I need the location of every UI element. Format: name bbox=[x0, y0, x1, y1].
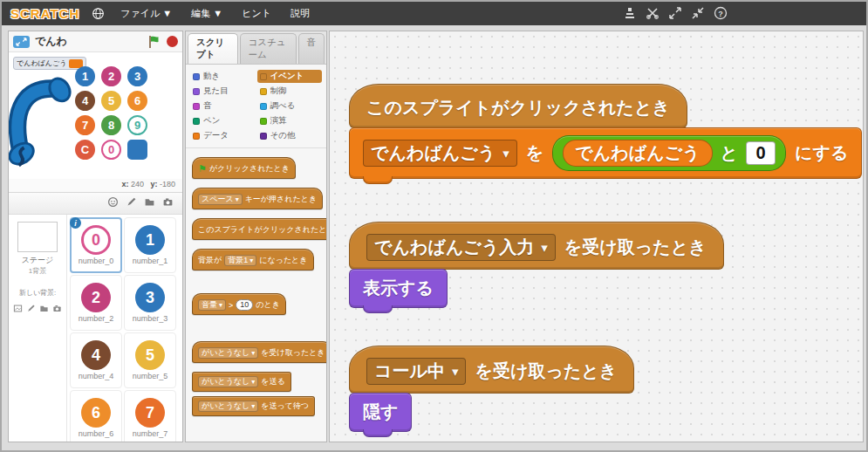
green-flag-button[interactable] bbox=[147, 35, 161, 49]
key-8[interactable]: 8 bbox=[101, 115, 121, 135]
camera-new-sprite-icon[interactable] bbox=[162, 195, 174, 211]
palette-block-broadcast-and-wait[interactable]: がいとうなし を送って待つ bbox=[192, 396, 315, 416]
variable-reporter[interactable]: でんわばんごう bbox=[563, 140, 712, 167]
message-dropdown[interactable]: がいとうなし bbox=[198, 347, 258, 359]
new-sprite-library-icon[interactable] bbox=[107, 195, 119, 211]
sprite-pane: ステージ 1背景 新しい背景: 0 number_0 bbox=[9, 192, 182, 442]
message-input-dropdown[interactable]: でんわばんごう入力 bbox=[366, 234, 556, 261]
sprite-thumb-number_3[interactable]: 3 number_3 bbox=[124, 275, 176, 331]
key-0[interactable]: 0 bbox=[101, 140, 121, 160]
key-7[interactable]: 7 bbox=[75, 115, 95, 135]
set-variable-block[interactable]: でんわばんごう を でんわばんごう と 0 にする bbox=[349, 127, 862, 179]
category-data[interactable]: データ bbox=[190, 129, 256, 142]
green-flag-icon: ⚑ bbox=[198, 165, 207, 173]
key-4[interactable]: 4 bbox=[75, 91, 95, 111]
tab-costumes[interactable]: コスチューム bbox=[240, 33, 297, 64]
message-calling-dropdown[interactable]: コール中 bbox=[366, 358, 466, 385]
key-dropdown[interactable]: スペース bbox=[198, 194, 243, 205]
variable-monitor-label: でんわばんごう bbox=[17, 58, 66, 68]
backdrop-dropdown[interactable]: 背景1 bbox=[224, 255, 256, 266]
key-2[interactable]: 2 bbox=[101, 66, 121, 86]
sound-swatch bbox=[193, 103, 200, 110]
when-receive-input-hat[interactable]: でんわばんごう入力 を受け取ったとき bbox=[349, 222, 724, 270]
sprite-thumb-number_5[interactable]: 5 number_5 bbox=[124, 332, 176, 388]
loudness-value-input[interactable]: 10 bbox=[236, 299, 253, 311]
palette-block-when-loudness-greater[interactable]: 音量 > 10 のとき bbox=[192, 293, 286, 315]
stage-thumbnail[interactable] bbox=[17, 222, 58, 252]
broadcast-dropdown[interactable]: がいとうなし bbox=[198, 376, 258, 387]
palette-block-broadcast[interactable]: がいとうなし を送る bbox=[192, 372, 291, 392]
sprite-list: 0 number_0 1 number_1 2 number_2 3 numbe… bbox=[67, 215, 182, 442]
broadcast-wait-dropdown[interactable]: がいとうなし bbox=[198, 401, 258, 412]
category-more-blocks[interactable]: その他 bbox=[257, 129, 323, 142]
key-9[interactable]: 9 bbox=[127, 115, 147, 135]
palette-block-when-receive[interactable]: がいとうなし を受け取ったとき bbox=[192, 341, 327, 363]
tab-scripts[interactable]: スクリプト bbox=[188, 33, 238, 64]
mouse-coordinates: x: 240 y: -180 bbox=[9, 179, 182, 192]
paint-backdrop-icon[interactable] bbox=[26, 301, 36, 317]
scripts-area[interactable]: このスプライトがクリックされたとき でんわばんごう を でんわばんごう と 0 … bbox=[329, 31, 864, 442]
category-motion[interactable]: 動き bbox=[190, 70, 256, 83]
script-receive-calling: コール中 を受け取ったとき 隠す bbox=[349, 346, 634, 432]
show-block[interactable]: 表示する bbox=[349, 269, 448, 308]
when-sprite-clicked-hat[interactable]: このスプライトがクリックされたとき bbox=[349, 84, 687, 128]
tab-sounds[interactable]: 音 bbox=[298, 33, 325, 64]
key-5[interactable]: 5 bbox=[101, 91, 121, 111]
camera-backdrop-icon[interactable] bbox=[52, 301, 62, 317]
menu-edit[interactable]: 編集 ▼ bbox=[188, 5, 226, 22]
menu-tips[interactable]: ヒント bbox=[238, 5, 275, 22]
palette-block-when-flag-clicked[interactable]: ⚑ がクリックされたとき bbox=[192, 157, 296, 179]
looks-swatch bbox=[193, 88, 200, 95]
sprite-thumb-number_4[interactable]: 4 number_4 bbox=[70, 332, 122, 388]
category-events[interactable]: イベント bbox=[257, 70, 323, 83]
category-pen[interactable]: ペン bbox=[190, 114, 256, 127]
menu-file[interactable]: ファイル ▼ bbox=[117, 5, 175, 22]
palette-block-when-sprite-clicked[interactable]: このスプライトがクリックされたとき bbox=[192, 218, 327, 240]
upload-backdrop-icon[interactable] bbox=[39, 301, 49, 317]
delete-scissors-icon[interactable] bbox=[646, 6, 660, 24]
sprite-pane-body: ステージ 1背景 新しい背景: 0 number_0 bbox=[9, 215, 182, 442]
sprite-thumb-number_2[interactable]: 2 number_2 bbox=[70, 275, 122, 331]
new-sprite-toolbar bbox=[9, 193, 182, 215]
phone-keypad: 1 2 3 4 5 6 7 8 9 C 0 bbox=[75, 66, 147, 160]
category-sensing[interactable]: 調べる bbox=[257, 99, 323, 113]
duplicate-stamp-icon[interactable] bbox=[623, 6, 637, 24]
key-6[interactable]: 6 bbox=[127, 91, 147, 111]
category-looks[interactable]: 見た目 bbox=[190, 85, 256, 98]
paint-new-sprite-icon[interactable] bbox=[126, 195, 137, 211]
key-clear[interactable]: C bbox=[75, 140, 95, 160]
grow-sprite-icon[interactable] bbox=[668, 6, 682, 24]
stop-button[interactable] bbox=[167, 36, 178, 47]
key-1[interactable]: 1 bbox=[75, 66, 95, 86]
key-3[interactable]: 3 bbox=[127, 66, 147, 86]
category-operators[interactable]: 演算 bbox=[257, 114, 323, 127]
category-control[interactable]: 制御 bbox=[257, 85, 323, 98]
fullscreen-toggle-icon[interactable] bbox=[13, 36, 30, 48]
palette-block-when-backdrop-switches[interactable]: 背景が 背景1 になったとき bbox=[192, 249, 314, 271]
loudness-dropdown[interactable]: 音量 bbox=[198, 299, 226, 311]
stage-backdrop-column: ステージ 1背景 新しい背景: bbox=[9, 215, 67, 442]
sprite-thumb-number_7[interactable]: 7 number_7 bbox=[124, 390, 176, 442]
sprite-thumb-number_1[interactable]: 1 number_1 bbox=[124, 217, 176, 273]
shrink-sprite-icon[interactable] bbox=[691, 6, 705, 24]
variable-dropdown[interactable]: でんわばんごう bbox=[363, 140, 517, 167]
language-globe-icon[interactable] bbox=[92, 7, 105, 20]
data-swatch bbox=[193, 133, 200, 140]
join-number-input[interactable]: 0 bbox=[746, 141, 776, 165]
category-sound[interactable]: 音 bbox=[190, 99, 256, 113]
block-help-icon[interactable]: ? bbox=[714, 6, 728, 24]
join-operator-block[interactable]: でんわばんごう と 0 bbox=[552, 135, 786, 171]
phone-handset-sprite[interactable] bbox=[9, 70, 77, 178]
sprite-thumb-number_0[interactable]: 0 number_0 bbox=[70, 217, 122, 273]
when-receive-calling-hat[interactable]: コール中 を受け取ったとき bbox=[349, 346, 634, 394]
scratch-logo[interactable]: SCRATCH bbox=[10, 6, 79, 21]
palette-block-when-key-pressed[interactable]: スペース キーが押されたとき bbox=[192, 188, 323, 209]
hide-block[interactable]: 隠す bbox=[349, 393, 412, 432]
backdrop-library-icon[interactable] bbox=[13, 301, 23, 317]
sprite-info-icon[interactable] bbox=[70, 217, 81, 229]
sprite-thumb-number_6[interactable]: 6 number_6 bbox=[70, 390, 122, 442]
key-call-square[interactable] bbox=[127, 140, 147, 160]
asset-tabs: スクリプト コスチューム 音 bbox=[186, 31, 326, 65]
menu-about[interactable]: 説明 bbox=[287, 5, 313, 22]
upload-sprite-folder-icon[interactable] bbox=[144, 195, 155, 211]
